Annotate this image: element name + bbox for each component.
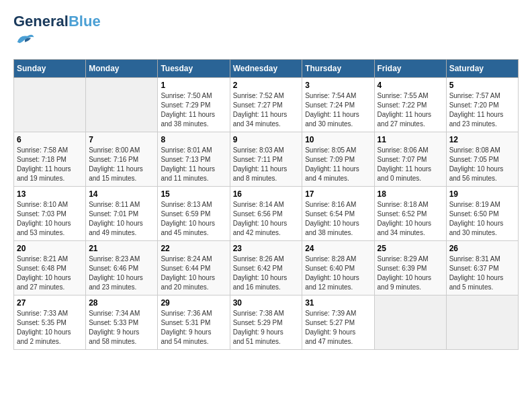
day-number: 24 <box>305 244 371 253</box>
calendar-cell: 26Sunrise: 8:31 AM Sunset: 6:37 PM Dayli… <box>446 241 518 295</box>
calendar-cell: 6Sunrise: 7:58 AM Sunset: 7:18 PM Daylig… <box>14 132 86 187</box>
day-info: Sunrise: 7:38 AM Sunset: 5:29 PM Dayligh… <box>233 309 300 347</box>
day-info: Sunrise: 7:52 AM Sunset: 7:27 PM Dayligh… <box>233 91 300 129</box>
calendar-cell: 31Sunrise: 7:39 AM Sunset: 5:27 PM Dayli… <box>302 295 374 350</box>
calendar-cell: 23Sunrise: 8:26 AM Sunset: 6:42 PM Dayli… <box>230 241 302 295</box>
day-number: 20 <box>17 244 83 253</box>
calendar-cell: 12Sunrise: 8:08 AM Sunset: 7:05 PM Dayli… <box>446 132 518 187</box>
day-number: 25 <box>378 244 443 253</box>
day-info: Sunrise: 8:03 AM Sunset: 7:11 PM Dayligh… <box>233 146 300 183</box>
day-info: Sunrise: 7:33 AM Sunset: 5:35 PM Dayligh… <box>17 309 83 347</box>
calendar-cell: 21Sunrise: 8:23 AM Sunset: 6:46 PM Dayli… <box>86 241 158 295</box>
day-info: Sunrise: 8:00 AM Sunset: 7:16 PM Dayligh… <box>89 146 154 183</box>
day-number: 30 <box>233 298 300 308</box>
weekday-header-cell: Friday <box>374 60 446 78</box>
day-number: 10 <box>305 135 371 144</box>
day-number: 21 <box>89 244 154 253</box>
day-info: Sunrise: 8:26 AM Sunset: 6:42 PM Dayligh… <box>233 255 300 292</box>
calendar-cell: 25Sunrise: 8:29 AM Sunset: 6:39 PM Dayli… <box>374 241 446 295</box>
day-number: 28 <box>89 298 154 308</box>
calendar-week-row: 13Sunrise: 8:10 AM Sunset: 7:03 PM Dayli… <box>14 187 519 241</box>
day-info: Sunrise: 8:13 AM Sunset: 6:59 PM Dayligh… <box>161 200 226 238</box>
calendar-cell: 13Sunrise: 8:10 AM Sunset: 7:03 PM Dayli… <box>14 187 86 241</box>
day-info: Sunrise: 8:11 AM Sunset: 7:01 PM Dayligh… <box>89 200 154 238</box>
day-number: 1 <box>161 81 226 90</box>
weekday-header-cell: Tuesday <box>158 60 230 78</box>
calendar-cell: 4Sunrise: 7:55 AM Sunset: 7:22 PM Daylig… <box>374 78 446 132</box>
day-info: Sunrise: 7:54 AM Sunset: 7:24 PM Dayligh… <box>305 91 371 129</box>
calendar-cell: 11Sunrise: 8:06 AM Sunset: 7:07 PM Dayli… <box>374 132 446 187</box>
day-number: 31 <box>305 298 371 308</box>
day-number: 4 <box>378 81 443 90</box>
page-header: GeneralBlue <box>13 13 519 52</box>
day-info: Sunrise: 8:01 AM Sunset: 7:13 PM Dayligh… <box>161 146 226 183</box>
calendar-body: 1Sunrise: 7:50 AM Sunset: 7:29 PM Daylig… <box>14 78 519 350</box>
day-number: 26 <box>449 244 515 253</box>
calendar-week-row: 1Sunrise: 7:50 AM Sunset: 7:29 PM Daylig… <box>14 78 519 132</box>
day-number: 17 <box>305 189 371 199</box>
logo-text: GeneralBlue <box>13 13 101 30</box>
day-number: 22 <box>161 244 226 253</box>
day-number: 23 <box>233 244 300 253</box>
calendar-week-row: 6Sunrise: 7:58 AM Sunset: 7:18 PM Daylig… <box>14 132 519 187</box>
day-info: Sunrise: 8:10 AM Sunset: 7:03 PM Dayligh… <box>17 200 83 238</box>
day-number: 27 <box>17 298 83 308</box>
logo: GeneralBlue <box>13 13 101 52</box>
calendar-cell <box>374 295 446 350</box>
calendar-week-row: 20Sunrise: 8:21 AM Sunset: 6:48 PM Dayli… <box>14 241 519 295</box>
weekday-header-row: SundayMondayTuesdayWednesdayThursdayFrid… <box>14 60 519 78</box>
day-info: Sunrise: 8:24 AM Sunset: 6:44 PM Dayligh… <box>161 255 226 292</box>
day-number: 15 <box>161 189 226 199</box>
day-info: Sunrise: 7:36 AM Sunset: 5:31 PM Dayligh… <box>161 309 226 347</box>
day-number: 9 <box>233 135 300 144</box>
day-info: Sunrise: 7:50 AM Sunset: 7:29 PM Dayligh… <box>161 91 226 129</box>
calendar-week-row: 27Sunrise: 7:33 AM Sunset: 5:35 PM Dayli… <box>14 295 519 350</box>
calendar-cell: 7Sunrise: 8:00 AM Sunset: 7:16 PM Daylig… <box>86 132 158 187</box>
day-number: 14 <box>89 189 154 199</box>
calendar-cell: 17Sunrise: 8:16 AM Sunset: 6:54 PM Dayli… <box>302 187 374 241</box>
calendar-cell: 9Sunrise: 8:03 AM Sunset: 7:11 PM Daylig… <box>230 132 302 187</box>
day-number: 29 <box>161 298 226 308</box>
weekday-header-cell: Saturday <box>446 60 518 78</box>
calendar-cell: 27Sunrise: 7:33 AM Sunset: 5:35 PM Dayli… <box>14 295 86 350</box>
calendar-cell: 29Sunrise: 7:36 AM Sunset: 5:31 PM Dayli… <box>158 295 230 350</box>
calendar-cell: 1Sunrise: 7:50 AM Sunset: 7:29 PM Daylig… <box>158 78 230 132</box>
day-info: Sunrise: 7:58 AM Sunset: 7:18 PM Dayligh… <box>17 146 83 183</box>
day-info: Sunrise: 7:34 AM Sunset: 5:33 PM Dayligh… <box>89 309 154 347</box>
day-info: Sunrise: 7:39 AM Sunset: 5:27 PM Dayligh… <box>305 309 371 347</box>
day-number: 8 <box>161 135 226 144</box>
weekday-header-cell: Monday <box>86 60 158 78</box>
day-info: Sunrise: 7:55 AM Sunset: 7:22 PM Dayligh… <box>378 91 443 129</box>
day-number: 13 <box>17 189 83 199</box>
day-info: Sunrise: 7:57 AM Sunset: 7:20 PM Dayligh… <box>449 91 515 129</box>
day-number: 7 <box>89 135 154 144</box>
day-info: Sunrise: 8:31 AM Sunset: 6:37 PM Dayligh… <box>449 255 515 292</box>
calendar-cell: 15Sunrise: 8:13 AM Sunset: 6:59 PM Dayli… <box>158 187 230 241</box>
calendar-cell: 8Sunrise: 8:01 AM Sunset: 7:13 PM Daylig… <box>158 132 230 187</box>
calendar-cell <box>446 295 518 350</box>
logo-bird-icon <box>15 30 35 50</box>
calendar-cell: 24Sunrise: 8:28 AM Sunset: 6:40 PM Dayli… <box>302 241 374 295</box>
calendar-cell: 2Sunrise: 7:52 AM Sunset: 7:27 PM Daylig… <box>230 78 302 132</box>
calendar-cell: 30Sunrise: 7:38 AM Sunset: 5:29 PM Dayli… <box>230 295 302 350</box>
calendar-cell: 14Sunrise: 8:11 AM Sunset: 7:01 PM Dayli… <box>86 187 158 241</box>
day-number: 5 <box>449 81 515 90</box>
day-number: 11 <box>378 135 443 144</box>
calendar-cell: 28Sunrise: 7:34 AM Sunset: 5:33 PM Dayli… <box>86 295 158 350</box>
day-number: 16 <box>233 189 300 199</box>
calendar-cell: 16Sunrise: 8:14 AM Sunset: 6:56 PM Dayli… <box>230 187 302 241</box>
day-number: 2 <box>233 81 300 90</box>
day-number: 18 <box>378 189 443 199</box>
day-info: Sunrise: 8:05 AM Sunset: 7:09 PM Dayligh… <box>305 146 371 183</box>
calendar-cell: 10Sunrise: 8:05 AM Sunset: 7:09 PM Dayli… <box>302 132 374 187</box>
day-info: Sunrise: 8:06 AM Sunset: 7:07 PM Dayligh… <box>378 146 443 183</box>
calendar-cell: 19Sunrise: 8:19 AM Sunset: 6:50 PM Dayli… <box>446 187 518 241</box>
calendar-table: SundayMondayTuesdayWednesdayThursdayFrid… <box>13 59 519 350</box>
day-info: Sunrise: 8:19 AM Sunset: 6:50 PM Dayligh… <box>449 200 515 238</box>
day-info: Sunrise: 8:21 AM Sunset: 6:48 PM Dayligh… <box>17 255 83 292</box>
calendar-cell: 5Sunrise: 7:57 AM Sunset: 7:20 PM Daylig… <box>446 78 518 132</box>
day-info: Sunrise: 8:08 AM Sunset: 7:05 PM Dayligh… <box>449 146 515 183</box>
weekday-header-cell: Sunday <box>14 60 86 78</box>
day-number: 3 <box>305 81 371 90</box>
day-number: 12 <box>449 135 515 144</box>
